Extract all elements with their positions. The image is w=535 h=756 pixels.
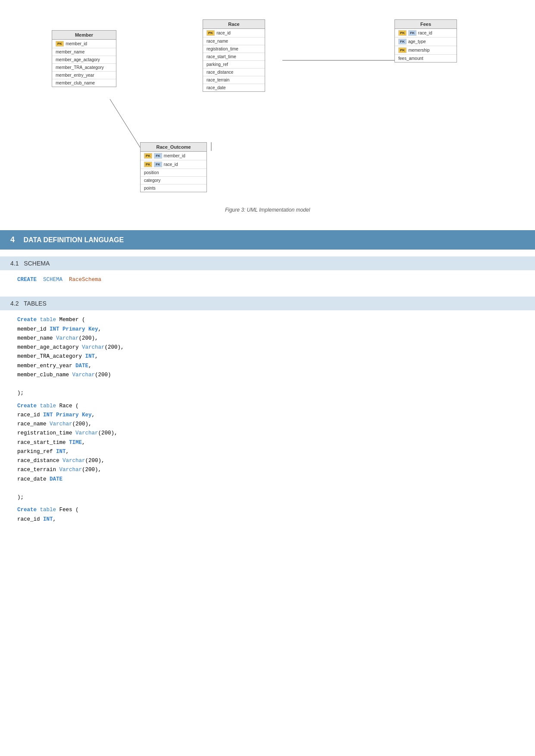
- section41-header: 4.1 SCHEMA: [0, 256, 535, 270]
- race-row-date: race_date: [203, 84, 265, 91]
- member-row-club: member_club_name: [52, 79, 116, 87]
- race-table-code: Create table Race ( race_id INT Primary …: [17, 402, 518, 503]
- section42-number: 4.2: [10, 300, 19, 307]
- uml-member-table: Member PK member_id member_name member_a…: [52, 30, 116, 87]
- race-table-header: Race: [203, 20, 265, 29]
- fees-table-code: Create table Fees ( race_id INT,: [17, 506, 518, 524]
- date-kw: DATE: [75, 363, 88, 369]
- section42-title: TABLES: [24, 300, 47, 307]
- key-kw: Key: [88, 326, 98, 332]
- fees-row-amount: fees_amount: [395, 55, 457, 62]
- pk-badge: PK: [56, 41, 64, 47]
- outcome-row-race: PK FK race_id: [141, 160, 206, 169]
- tables-code-block: Create table Member ( member_id INT Prim…: [0, 310, 535, 533]
- table-kw: table: [40, 317, 56, 323]
- outcome-row-category: category: [141, 177, 206, 184]
- race-row-name: race_name: [203, 37, 265, 45]
- section41-title: SCHEMA: [24, 260, 50, 267]
- create-kw: Create: [17, 403, 37, 409]
- varchar-kw: Varchar: [72, 372, 95, 378]
- int-kw: INT: [50, 326, 59, 332]
- race-row-id: PK race_id: [203, 29, 265, 37]
- race-row-distance: race_distance: [203, 69, 265, 76]
- svg-line-0: [110, 99, 142, 151]
- member-row-id: PK member_id: [52, 40, 116, 48]
- pk-badge: PK: [144, 162, 152, 167]
- int-kw: INT: [85, 353, 95, 359]
- fk-badge: FK: [154, 162, 162, 167]
- table-kw: table: [40, 507, 56, 513]
- section4-title: DATA DEFINITION LANGUAGE: [23, 236, 124, 244]
- fees-row-raceid: PK FK race_id: [395, 29, 457, 37]
- primary-kw: Primary: [63, 326, 85, 332]
- uml-fees-table: Fees PK FK race_id FK age_type PK memers…: [394, 19, 457, 62]
- create-keyword: CREATE: [17, 277, 37, 283]
- outcome-row-member: PK FK member_id: [141, 152, 206, 160]
- int-kw: INT: [56, 449, 66, 455]
- varchar-kw: Varchar: [63, 458, 85, 464]
- create-kw: Create: [17, 317, 37, 323]
- figure-caption: Figure 3: UML Implementation model: [26, 207, 509, 213]
- outcome-row-points: points: [141, 184, 206, 192]
- varchar-kw: Varchar: [75, 430, 98, 436]
- varchar-kw: Varchar: [50, 421, 72, 427]
- varchar-kw: Varchar: [82, 344, 105, 350]
- race-outcome-table-header: Race_Outcome: [141, 143, 206, 152]
- outcome-row-position: position: [141, 169, 206, 177]
- section42-header: 4.2 TABLES: [0, 297, 535, 310]
- date-kw: DATE: [50, 476, 63, 482]
- uml-diagram: Member PK member_id member_name member_a…: [26, 17, 509, 198]
- varchar-kw: Varchar: [59, 467, 82, 473]
- varchar-kw: Varchar: [56, 335, 79, 341]
- member-row-tra: member_TRA_acategory: [52, 64, 116, 72]
- member-table-header: Member: [52, 31, 116, 40]
- uml-race-outcome-table: Race_Outcome PK FK member_id PK FK race_…: [140, 142, 207, 192]
- create-kw: Create: [17, 507, 37, 513]
- schema-name: RaceSchema: [69, 277, 101, 283]
- fk-badge: FK: [154, 153, 162, 159]
- race-row-terrain: race_terrain: [203, 76, 265, 84]
- uml-race-table: Race PK race_id race_name registration_t…: [203, 19, 265, 92]
- fk-badge: FK: [408, 30, 416, 36]
- race-row-starttime: race_start_time: [203, 53, 265, 61]
- member-row-age: member_age_actagory: [52, 56, 116, 64]
- time-kw: TIME: [69, 440, 82, 446]
- int-kw: INT: [43, 516, 53, 522]
- member-row-name: member_name: [52, 48, 116, 56]
- section41-number: 4.1: [10, 260, 19, 267]
- fk-badge: FK: [398, 39, 407, 44]
- member-table-code: Create table Member ( member_id INT Prim…: [17, 316, 518, 398]
- schema-code-block: CREATE SCHEMA RaceSchema: [0, 270, 535, 290]
- race-row-parking: parking_ref: [203, 61, 265, 69]
- member-row-entry: member_entry_year: [52, 72, 116, 79]
- fees-row-membership: PK memership: [395, 46, 457, 55]
- fees-row-agetype: FK age_type: [395, 37, 457, 46]
- race-row-regtime: registration_time: [203, 45, 265, 53]
- pk-badge: PK: [206, 30, 215, 36]
- pk-badge: PK: [398, 30, 407, 36]
- fees-table-header: Fees: [395, 20, 457, 29]
- int-kw: INT: [43, 412, 53, 418]
- pk-badge: PK: [398, 47, 407, 53]
- key-kw: Key: [82, 412, 92, 418]
- section4-number: 4: [10, 235, 15, 244]
- table-kw: table: [40, 403, 56, 409]
- pk-badge: PK: [144, 153, 152, 159]
- primary-kw: Primary: [56, 412, 79, 418]
- uml-section: Member PK member_id member_name member_a…: [0, 0, 535, 222]
- section4-header: 4 DATA DEFINITION LANGUAGE: [0, 230, 535, 250]
- schema-keyword: SCHEMA: [43, 277, 63, 283]
